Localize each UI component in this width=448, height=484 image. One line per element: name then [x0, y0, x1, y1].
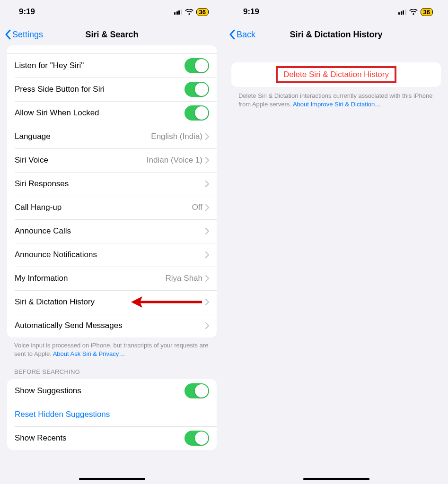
- chevron-right-icon: [205, 228, 209, 234]
- back-button[interactable]: Settings: [5, 29, 43, 40]
- chevron-left-icon: [229, 29, 236, 40]
- delete-history-group: Delete Siri & Dictation History: [231, 62, 441, 87]
- chevron-right-icon: [205, 299, 209, 305]
- chevron-right-icon: [205, 322, 209, 329]
- status-time: 9:19: [243, 7, 259, 17]
- chevron-right-icon: [205, 251, 209, 258]
- siri-settings-group: Listen for "Hey Siri" Press Side Button …: [7, 54, 217, 337]
- row-siri-voice[interactable]: Siri Voice Indian (Voice 1): [7, 148, 217, 172]
- row-auto-send-messages[interactable]: Automatically Send Messages: [7, 314, 217, 337]
- row-call-hangup[interactable]: Call Hang-up Off: [7, 196, 217, 219]
- toggle-side-button[interactable]: [184, 82, 209, 97]
- row-label: Announce Calls: [15, 226, 205, 236]
- wifi-icon: [409, 9, 418, 15]
- status-bar: 9:19 36: [224, 0, 448, 24]
- row-label: Reset Hidden Suggestions: [15, 410, 209, 419]
- battery-icon: 36: [421, 8, 433, 16]
- delete-button-label: Delete Siri & Dictation History: [283, 70, 389, 79]
- row-announce-notifications[interactable]: Announce Notifications: [7, 243, 217, 267]
- chevron-right-icon: [205, 157, 209, 164]
- link-improve-siri[interactable]: About Improve Siri & Dictation…: [293, 101, 381, 108]
- battery-icon: 36: [196, 8, 209, 16]
- nav-header: Settings Siri & Search: [0, 24, 224, 45]
- chevron-right-icon: [205, 133, 209, 140]
- row-press-side-button[interactable]: Press Side Button for Siri: [7, 78, 217, 101]
- row-value: English (India): [151, 132, 202, 141]
- row-siri-dictation-history[interactable]: Siri & Dictation History: [7, 290, 217, 314]
- row-label: Language: [15, 132, 151, 141]
- chevron-left-icon: [5, 29, 11, 40]
- phone-right: 9:19 36 Back Siri & Dictation History De…: [224, 0, 448, 484]
- phone-left: 9:19 36 Settings Siri & Search Listen fo…: [0, 0, 224, 484]
- row-value: Riya Shah: [166, 274, 202, 283]
- status-time: 9:19: [19, 7, 35, 17]
- row-label: Announce Notifications: [15, 250, 205, 259]
- cellular-icon: [174, 9, 182, 15]
- back-label: Back: [237, 30, 255, 40]
- row-label: Show Recents: [15, 433, 184, 443]
- row-label: Call Hang-up: [15, 203, 192, 212]
- home-indicator[interactable]: [79, 478, 145, 480]
- row-value: Indian (Voice 1): [147, 156, 202, 165]
- annotation-highlight-box: Delete Siri & Dictation History: [276, 66, 396, 83]
- chevron-right-icon: [205, 204, 209, 211]
- row-label: My Information: [15, 274, 166, 283]
- nav-header: Back Siri & Dictation History: [224, 24, 448, 45]
- row-label: Siri Voice: [15, 156, 147, 165]
- back-button[interactable]: Back: [229, 29, 255, 40]
- toggle-show-recents[interactable]: [184, 431, 209, 446]
- partial-row-cutoff: [7, 45, 217, 54]
- row-listen-hey-siri[interactable]: Listen for "Hey Siri": [7, 54, 217, 78]
- row-delete-history[interactable]: Delete Siri & Dictation History: [231, 62, 441, 87]
- link-ask-siri-privacy[interactable]: About Ask Siri & Privacy…: [53, 350, 125, 357]
- page-title: Siri & Dictation History: [224, 30, 448, 40]
- row-reset-hidden-suggestions[interactable]: Reset Hidden Suggestions: [7, 403, 217, 426]
- row-value: Off: [192, 203, 202, 212]
- row-label: Siri & Dictation History: [15, 297, 205, 307]
- section-header-before-searching: BEFORE SEARCHING: [14, 368, 210, 375]
- row-label: Allow Siri When Locked: [15, 108, 184, 118]
- row-label: Show Suggestions: [15, 386, 184, 396]
- before-searching-group: Show Suggestions Reset Hidden Suggestion…: [7, 379, 217, 450]
- toggle-when-locked[interactable]: [184, 105, 209, 121]
- row-show-recents[interactable]: Show Recents: [7, 426, 217, 450]
- home-indicator[interactable]: [303, 478, 369, 480]
- status-bar: 9:19 36: [0, 0, 224, 24]
- row-label: Automatically Send Messages: [15, 321, 205, 330]
- row-siri-responses[interactable]: Siri Responses: [7, 172, 217, 196]
- wifi-icon: [185, 9, 193, 15]
- row-label: Listen for "Hey Siri": [15, 61, 184, 70]
- row-show-suggestions[interactable]: Show Suggestions: [7, 379, 217, 403]
- row-label: Siri Responses: [15, 179, 205, 189]
- group-footer-delete: Delete Siri & Dictation interactions cur…: [238, 92, 434, 108]
- group-footer-privacy: Voice input is processed on iPhone, but …: [14, 341, 210, 358]
- toggle-show-suggestions[interactable]: [184, 383, 209, 398]
- row-allow-when-locked[interactable]: Allow Siri When Locked: [7, 101, 217, 125]
- chevron-right-icon: [205, 275, 209, 282]
- cellular-icon: [398, 9, 406, 15]
- row-language[interactable]: Language English (India): [7, 125, 217, 148]
- back-label: Settings: [12, 30, 43, 40]
- row-label: Press Side Button for Siri: [15, 85, 184, 94]
- toggle-hey-siri[interactable]: [184, 58, 209, 73]
- chevron-right-icon: [205, 181, 209, 187]
- row-my-information[interactable]: My Information Riya Shah: [7, 267, 217, 290]
- row-announce-calls[interactable]: Announce Calls: [7, 219, 217, 243]
